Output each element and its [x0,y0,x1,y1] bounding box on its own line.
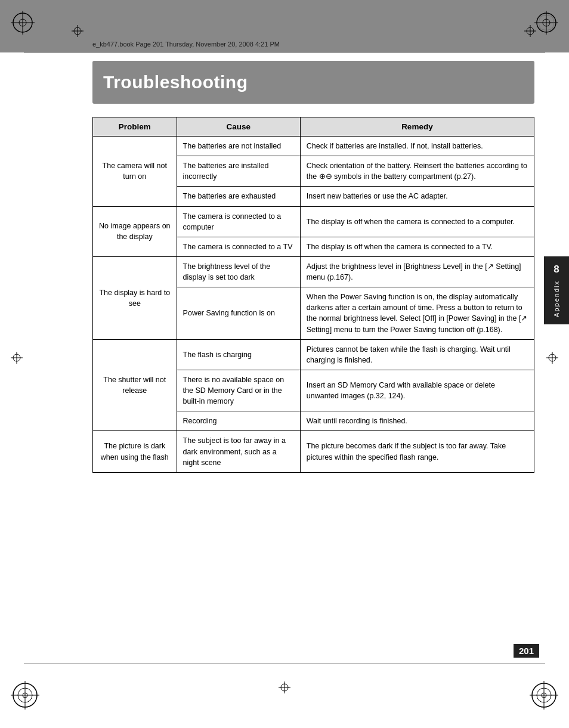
crosshair-header-left [72,25,84,39]
crosshair-bottom-center [279,681,290,695]
cause-cell: The flash is charging [177,339,300,370]
cause-cell: Recording [177,411,300,431]
crosshair-left [11,352,23,365]
cause-cell: The batteries are not installed [177,137,300,156]
table-row: No image appears on the display The came… [93,206,534,237]
remedy-cell: Check orientation of the battery. Reinse… [300,156,534,187]
cause-cell: The camera is connected to a computer [177,206,300,237]
remedy-cell: The display is off when the camera is co… [300,237,534,256]
remedy-cell: Insert new batteries or use the AC adapt… [300,187,534,206]
appendix-label: Appendix [553,280,560,317]
remedy-cell: Adjust the brightness level in [Brightne… [300,256,534,287]
cause-cell: The batteries are installed incorrectly [177,156,300,187]
col-header-remedy: Remedy [300,117,534,137]
remedy-cell: Wait until recording is finished. [300,411,534,431]
table-row: The picture is dark when using the flash… [93,431,534,472]
problem-cell: No image appears on the display [93,206,177,256]
problem-cell: The camera will not turn on [93,137,177,207]
remedy-cell: Pictures cannot be taken while the flash… [300,339,534,370]
problem-cell: The shutter will not release [93,339,177,431]
reg-mark-top-left [11,11,35,36]
cause-cell: The brightness level of the display is s… [177,256,300,287]
remedy-cell: Check if batteries are installed. If not… [300,137,534,156]
table-row: The display is hard to see The brightnes… [93,256,534,287]
problem-cell: The picture is dark when using the flash [93,431,177,472]
header-bar [0,0,569,52]
crosshair-right [546,352,558,365]
table-row: The camera will not turn on The batterie… [93,137,534,156]
page-line-bottom [24,663,545,664]
troubleshooting-table: Problem Cause Remedy The camera will not… [92,117,534,473]
page-number-badge: 201 [514,644,539,658]
remedy-cell: The display is off when the camera is co… [300,206,534,237]
remedy-cell: Insert an SD Memory Card with available … [300,370,534,411]
title-box: Troubleshooting [92,61,534,104]
file-info: e_kb477.book Page 201 Thursday, November… [92,41,280,48]
cause-cell: The camera is connected to a TV [177,237,300,256]
appendix-number: 8 [553,264,559,275]
remedy-cell: When the Power Saving function is on, th… [300,287,534,340]
content-area: Problem Cause Remedy The camera will not… [92,117,534,473]
table-row: The shutter will not release The flash i… [93,339,534,370]
problem-cell: The display is hard to see [93,256,177,339]
reg-mark-top-right [534,11,558,36]
cause-cell: The subject is too far away in a dark en… [177,431,300,472]
cause-cell: There is no available space on the SD Me… [177,370,300,411]
reg-mark-bottom-left [11,681,39,711]
reg-mark-bottom-right [530,681,558,711]
appendix-sidebar: 8 Appendix [544,256,569,324]
remedy-cell: The picture becomes dark if the subject … [300,431,534,472]
crosshair-header-right [524,25,536,39]
cause-cell: The batteries are exhausted [177,187,300,206]
col-header-problem: Problem [93,117,177,137]
cause-cell: Power Saving function is on [177,287,300,340]
page-line-top [24,52,545,53]
title-text: Troubleshooting [103,72,248,92]
col-header-cause: Cause [177,117,300,137]
